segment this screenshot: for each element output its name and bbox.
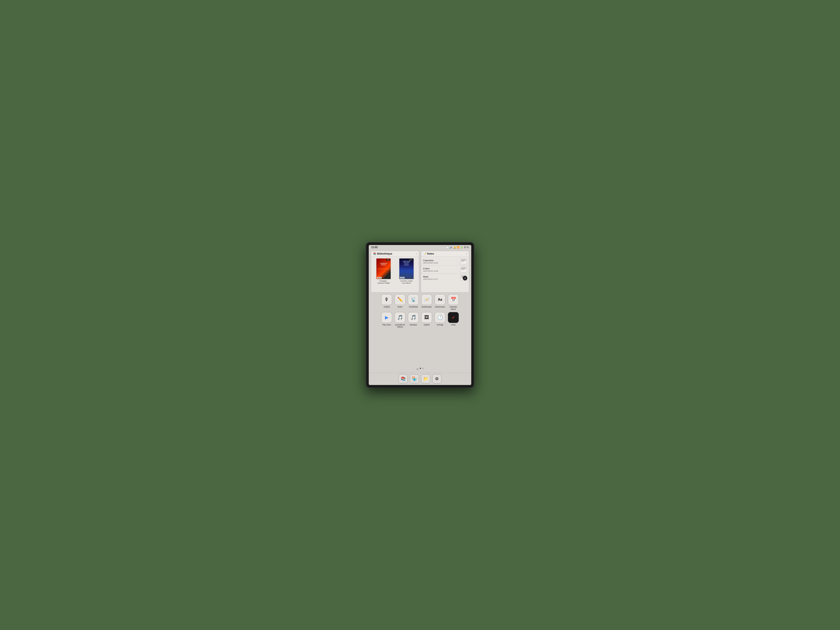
app-label-vivlio: Vivlio [451, 324, 455, 326]
app-horloge[interactable]: 🕐 Horloge [434, 312, 445, 328]
app-calendarmemo[interactable]: 📅 Calendar Memo [448, 294, 459, 310]
notes-widget-header[interactable]: 📝 Notes › [421, 251, 469, 257]
battery-percent: 97 % [464, 246, 469, 248]
app-label-onyxsdk: onyxsdk-clo udnote [395, 324, 405, 328]
book-item-contagion[interactable]: 55% LAWRENCEWRIGHT CONTAGION EPUB Contag… [373, 258, 395, 291]
app-icon-pushread: 📡 [408, 294, 419, 305]
note-date-calendrier: 2023-09-05 10:56 [423, 262, 460, 264]
contagion-author: LAWRENCEWRIGHT [377, 263, 390, 265]
app-label-musique: Musique [410, 324, 417, 326]
app-icon-vivlio: ✔ [448, 312, 459, 323]
contagion-title-text: CONTAGION [377, 268, 390, 270]
app-label-calendarmemo: Calendar Memo [450, 306, 457, 310]
app-icon-onyxsdk: 🎵 [395, 312, 406, 323]
empire-cover-text: CHRISTOPHERRUOCCHIOL'Empiredu Silence [400, 261, 413, 265]
app-icon-dictionnaire: Aa [434, 294, 445, 305]
library-title-row: 📚 Bibliothèque [373, 252, 392, 255]
app-dictionnaire[interactable]: Aa Dictionnaire [434, 294, 445, 310]
dot-active [420, 368, 421, 369]
dot-inactive [422, 368, 423, 369]
app-icon-outil3: 🎙 [381, 294, 392, 305]
clock-icon: 🕐 [446, 246, 449, 248]
notes-add-button[interactable]: + [463, 276, 467, 280]
notes-icon: 📝 [423, 252, 426, 255]
screen: 11:02 🕐 🔊 🔔 📶 🔋 97 % [369, 245, 471, 385]
note-date-mails: 2023-09-04 14:27 [423, 278, 460, 280]
note-date-afaire: 2023-09-04 14:38 [423, 270, 460, 272]
app-musique[interactable]: 🎵 Musique [408, 312, 419, 328]
grid-indicator: ⊞ [417, 368, 418, 371]
empire-book-title: ruocchio_l-empire-du-silence [400, 280, 412, 284]
note-item-mails[interactable]: Mails 2023-09-04 14:27 [421, 274, 469, 282]
note-thumb-calendrier [460, 259, 467, 264]
app-label-pushread: PushRead [409, 306, 418, 308]
app-label-horloge: Horloge [437, 324, 443, 326]
app-label-galerie: Galerie [423, 324, 429, 326]
app-vivlio[interactable]: ✔ Vivlio [448, 312, 459, 328]
bell-icon: 🔔 [453, 246, 456, 248]
app-outil3[interactable]: 🎙 Outil(3) [381, 294, 392, 310]
device-wrapper: 11:02 🕐 🔊 🔔 📶 🔋 97 % [366, 242, 474, 388]
app-notes[interactable]: ✏️ Notes [395, 294, 406, 310]
library-widget-header[interactable]: 📚 Bibliothèque › [371, 251, 419, 257]
library-title: Bibliothèque [377, 252, 392, 255]
app-icon-musique: 🎵 [408, 312, 419, 323]
app-label-playstore: Play Store [382, 324, 391, 326]
app-label-dictionnaire: Dictionnaire [435, 306, 445, 308]
wifi-icon: 📶 [457, 246, 459, 248]
contagion-book-title: Contagion -Lawrence Wright [377, 280, 390, 284]
bottom-dock: 📚 🏪 📁 ⚙ [369, 373, 471, 385]
note-name-mails: Mails [423, 275, 460, 278]
status-icons: 🕐 🔊 🔔 📶 🔋 97 % [446, 246, 469, 248]
app-label-notes: Notes [398, 306, 403, 308]
empire-format: EPUB [400, 277, 404, 278]
notes-list: Calendrier 2023-09-05 10:56 [421, 257, 469, 292]
widgets-row: 📚 Bibliothèque › 55% LAWRENCEWRIGHT CONT… [371, 251, 469, 292]
dock-store[interactable]: 🏪 [410, 374, 419, 383]
library-books: 55% LAWRENCEWRIGHT CONTAGION EPUB Contag… [371, 257, 419, 292]
app-icon-calendarmemo: 📅 [448, 294, 459, 305]
device-frame: 11:02 🕐 🔊 🔔 📶 🔋 97 % [366, 242, 474, 388]
dock-files[interactable]: 📁 [421, 374, 430, 383]
app-icon-horloge: 🕐 [434, 312, 445, 323]
book-cover-empire: 100% CHRISTOPHERRUOCCHIOL'Empiredu Silen… [399, 258, 414, 279]
note-name-afaire: A faire [423, 267, 460, 270]
app-icon-neobrowser: 🪐 [421, 294, 432, 305]
dock-settings[interactable]: ⚙ [432, 374, 442, 383]
notes-arrow: › [466, 253, 467, 255]
contagion-format: EPUB [377, 277, 382, 278]
library-arrow: › [416, 253, 417, 255]
app-label-outil3: Outil(3) [384, 306, 390, 308]
app-icon-playstore: ▶ [381, 312, 392, 323]
note-item-calendrier[interactable]: Calendrier 2023-09-05 10:56 [421, 257, 469, 265]
app-playstore[interactable]: ▶ Play Store [381, 312, 392, 328]
book-item-empire[interactable]: 100% CHRISTOPHERRUOCCHIOL'Empiredu Silen… [396, 258, 417, 291]
main-content: 📚 Bibliothèque › 55% LAWRENCEWRIGHT CONT… [369, 249, 471, 373]
dock-library[interactable]: 📚 [398, 374, 408, 383]
app-onyxsdk[interactable]: 🎵 onyxsdk-clo udnote [395, 312, 406, 328]
app-label-neobrowser: NeoBrowser [422, 306, 432, 308]
status-bar: 11:02 🕐 🔊 🔔 📶 🔋 97 % [369, 245, 471, 249]
library-icon: 📚 [373, 252, 376, 255]
notes-title: Notes [427, 252, 434, 255]
app-galerie[interactable]: 🖼 Galerie [421, 312, 432, 328]
page-dots: ⊞ [371, 367, 469, 371]
app-icon-galerie: 🖼 [421, 312, 432, 323]
apps-section: 🎙 Outil(3) ✏️ Notes 📡 PushRead 🪐 [371, 294, 469, 365]
apps-row-1: 🎙 Outil(3) ✏️ Notes 📡 PushRead 🪐 [371, 294, 469, 310]
app-icon-notes: ✏️ [395, 294, 406, 305]
note-info-calendrier: Calendrier 2023-09-05 10:56 [423, 259, 460, 264]
apps-row-2: ▶ Play Store 🎵 onyxsdk-clo udnote 🎵 Musi… [371, 312, 469, 328]
book-cover-contagion: 55% LAWRENCEWRIGHT CONTAGION EPUB [376, 258, 391, 279]
contagion-progress: 55% [386, 259, 390, 261]
note-name-calendrier: Calendrier [423, 259, 460, 262]
note-info-mails: Mails 2023-09-04 14:27 [423, 275, 460, 280]
app-pushread[interactable]: 📡 PushRead [408, 294, 419, 310]
status-time: 11:02 [371, 246, 378, 249]
app-neobrowser[interactable]: 🪐 NeoBrowser [421, 294, 432, 310]
notes-widget: 📝 Notes › Calendrier 2023-09-05 10:56 [421, 251, 469, 292]
note-info-afaire: A faire 2023-09-04 14:38 [423, 267, 460, 272]
notes-title-row: 📝 Notes [423, 252, 434, 255]
library-widget: 📚 Bibliothèque › 55% LAWRENCEWRIGHT CONT… [371, 251, 419, 292]
note-item-afaire[interactable]: A faire 2023-09-04 14:38 [421, 265, 469, 274]
